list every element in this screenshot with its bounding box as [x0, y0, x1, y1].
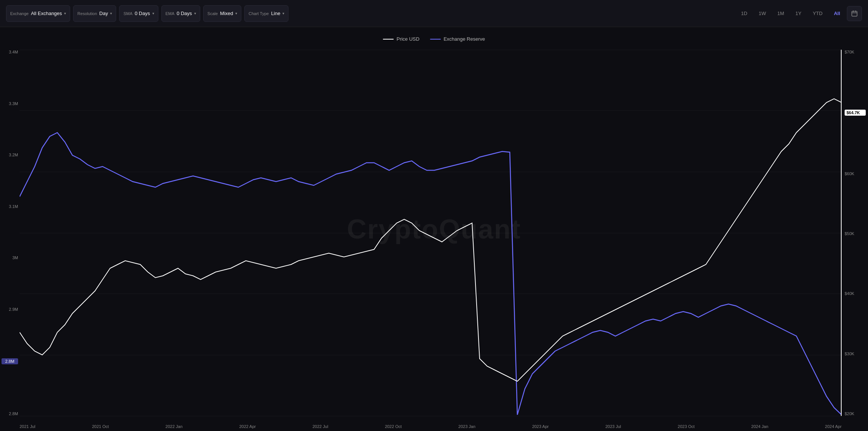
x-label-5: 2022 Jul	[313, 424, 328, 429]
chart-container: Price USD Exchange Reserve CryptoQuant	[0, 27, 868, 431]
y-left-label-6: 2.9M	[2, 307, 18, 312]
exchange-dropdown[interactable]: Exchange All Exchanges ▾	[6, 5, 70, 22]
sma-value: 0 Days	[135, 11, 150, 16]
y-left-label-3: 3.2M	[2, 153, 18, 157]
chart-type-label: Chart Type	[248, 11, 269, 16]
resolution-arrow-icon: ▾	[110, 11, 112, 15]
y-left-label-7: 2.8M	[2, 411, 18, 416]
sma-dropdown[interactable]: SMA 0 Days ▾	[119, 5, 158, 22]
svg-rect-0	[852, 11, 857, 16]
x-label-2: 2021 Oct	[92, 424, 109, 429]
y-right-label-4: $40K	[845, 291, 866, 296]
exchange-label: Exchange	[10, 11, 29, 16]
scale-dropdown[interactable]: Scale Mixed ▾	[203, 5, 241, 22]
x-label-4: 2022 Apr	[239, 424, 256, 429]
chart-svg-container	[20, 50, 842, 416]
chart-type-arrow-icon: ▾	[282, 11, 284, 15]
ema-label: EMA	[166, 11, 175, 16]
resolution-label: Resolution	[77, 11, 97, 16]
x-label-8: 2023 Apr	[532, 424, 549, 429]
sma-label: SMA	[123, 11, 132, 16]
y-right-label-6: $20K	[845, 411, 866, 416]
time-btn-1w[interactable]: 1W	[754, 7, 771, 20]
resolution-value: Day	[99, 11, 108, 16]
ema-arrow-icon: ▾	[194, 11, 196, 15]
x-label-11: 2024 Jan	[751, 424, 768, 429]
legend-price: Price USD	[383, 36, 420, 42]
y-right-label-3: $50K	[845, 231, 866, 236]
y-left-label-4: 3.1M	[2, 204, 18, 209]
chart-svg	[20, 50, 842, 416]
chart-type-dropdown[interactable]: Chart Type Line ▾	[244, 5, 288, 22]
time-btn-ytd[interactable]: YTD	[808, 7, 827, 20]
y-right-label-1: $70K	[845, 50, 866, 54]
topbar-right: 1D 1W 1M 1Y YTD All	[736, 6, 862, 21]
legend-reserve-line	[430, 39, 440, 40]
x-label-1: 2021 Jul	[20, 424, 35, 429]
y-right-label-5: $30K	[845, 352, 866, 356]
y-left-label-2: 3.3M	[2, 101, 18, 106]
topbar: Exchange All Exchanges ▾ Resolution Day …	[0, 0, 868, 27]
chart-type-value: Line	[271, 11, 281, 16]
x-label-12: 2024 Apr	[825, 424, 842, 429]
x-label-10: 2023 Oct	[678, 424, 695, 429]
y-left-label-5: 3M	[2, 255, 18, 260]
scale-label: Scale	[207, 11, 218, 16]
time-btn-1m[interactable]: 1M	[773, 7, 788, 20]
ema-dropdown[interactable]: EMA 0 Days ▾	[161, 5, 200, 22]
time-btn-all[interactable]: All	[829, 7, 845, 20]
sma-arrow-icon: ▾	[152, 11, 154, 15]
x-label-6: 2022 Oct	[385, 424, 402, 429]
legend-reserve-label: Exchange Reserve	[443, 36, 485, 42]
ema-value: 0 Days	[177, 11, 192, 16]
y-left-highlight: 2.8M	[2, 358, 18, 364]
time-btn-1d[interactable]: 1D	[736, 7, 752, 20]
y-axis-left: 3.4M 3.3M 3.2M 3.1M 3M 2.9M 2.8M 2.8M	[0, 50, 20, 416]
chart-legend: Price USD Exchange Reserve	[383, 36, 485, 42]
y-right-label-2: $60K	[845, 171, 866, 176]
y-axis-right: $70K $64.7K $60K $50K $40K $30K $20K	[842, 50, 868, 416]
resolution-dropdown[interactable]: Resolution Day ▾	[73, 5, 116, 22]
y-left-label-1: 3.4M	[2, 50, 18, 54]
legend-price-line	[383, 39, 394, 40]
scale-arrow-icon: ▾	[235, 11, 237, 15]
exchange-reserve-line	[20, 133, 842, 415]
price-usd-line	[20, 99, 842, 381]
exchange-arrow-icon: ▾	[64, 11, 66, 15]
x-label-9: 2023 Jul	[605, 424, 621, 429]
exchange-value: All Exchanges	[31, 11, 62, 16]
legend-price-label: Price USD	[397, 36, 420, 42]
grid-line-7	[20, 416, 842, 416]
scale-value: Mixed	[220, 11, 233, 16]
x-axis: 2021 Jul 2021 Oct 2022 Jan 2022 Apr 2022…	[20, 424, 842, 429]
legend-reserve: Exchange Reserve	[430, 36, 485, 42]
y-right-highlight: $64.7K	[845, 110, 866, 116]
topbar-left: Exchange All Exchanges ▾ Resolution Day …	[6, 5, 288, 22]
right-vline	[841, 50, 842, 416]
x-label-7: 2023 Jan	[459, 424, 475, 429]
time-btn-1y[interactable]: 1Y	[791, 7, 806, 20]
x-label-3: 2022 Jan	[166, 424, 182, 429]
calendar-button[interactable]	[847, 6, 862, 21]
